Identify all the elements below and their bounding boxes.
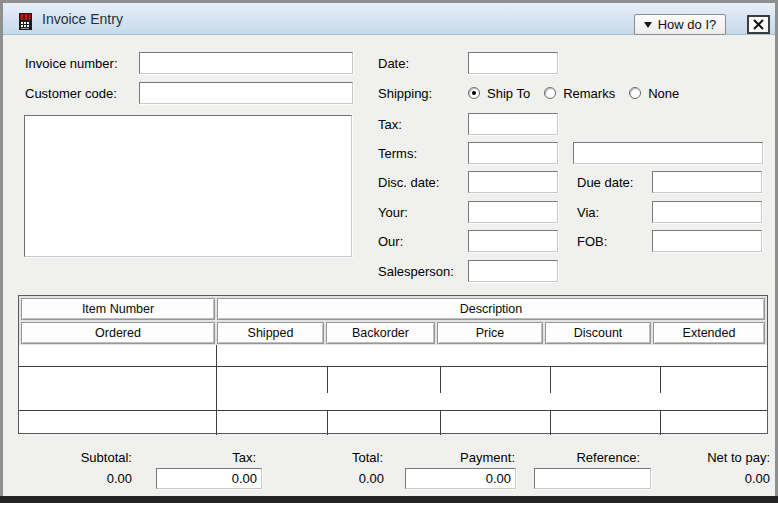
grid-cell-extended[interactable] [661,411,767,435]
grid-row-description-2 [19,393,767,411]
due-date-input[interactable] [652,171,762,193]
window-frame-left [0,0,3,503]
close-icon [753,19,764,30]
net-to-pay-label: Net to pay: [700,450,770,465]
header-description: Description [217,298,765,320]
header-ordered: Ordered [21,322,215,344]
grid-header-row-1: Item Number Description [19,296,767,321]
titlebar[interactable]: Invoice Entry How do I? [3,3,775,35]
grid-cell-shipped[interactable] [217,367,328,393]
date-label: Date: [378,56,409,71]
shipping-radio-group: Ship To Remarks None [468,85,679,101]
grid-cell-ordered[interactable] [19,367,217,393]
salesperson-input[interactable] [468,260,558,282]
customer-code-label: Customer code: [25,86,117,101]
totals-tax-input[interactable] [156,468,262,489]
fob-label: FOB: [577,234,607,249]
grid-cell-discount[interactable] [551,411,661,435]
date-input[interactable] [468,52,558,74]
radio-remarks-label[interactable]: Remarks [563,86,615,101]
grid-cell-price[interactable] [441,367,551,393]
grid-cell-discount[interactable] [551,367,661,393]
customer-address-box[interactable] [24,115,352,257]
your-input[interactable] [468,201,558,223]
dropdown-arrow-icon [644,22,652,28]
total-value: 0.00 [312,471,384,486]
invoice-number-label: Invoice number: [25,56,118,71]
how-do-i-button[interactable]: How do I? [634,14,726,35]
fob-input[interactable] [652,230,762,252]
header-item-number: Item Number [21,298,215,320]
subtotal-label: Subtotal: [74,450,132,465]
window-title: Invoice Entry [42,11,123,27]
window-frame-top [0,0,778,3]
invoice-app-icon [17,13,34,30]
terms-input-2[interactable] [573,142,763,164]
your-label: Your: [378,205,408,220]
shipping-label: Shipping: [378,86,432,101]
grid-cell-description[interactable] [217,345,767,366]
grid-row-amounts-2 [19,411,767,435]
due-date-label: Due date: [577,175,633,190]
grid-row-description-1 [19,345,767,367]
tax-label: Tax: [378,117,402,132]
header-backorder: Backorder [326,322,435,344]
header-price: Price [437,322,543,344]
header-extended: Extended [653,322,765,344]
grid-cell-backorder[interactable] [328,367,441,393]
header-discount: Discount [545,322,651,344]
total-label: Total: [330,450,383,465]
disc-date-label: Disc. date: [378,175,439,190]
header-shipped: Shipped [217,322,324,344]
terms-input-1[interactable] [468,142,558,164]
reference-label: Reference: [570,450,640,465]
tax-input[interactable] [468,113,558,135]
grid-cell-item-number[interactable] [19,393,217,410]
invoice-entry-window: Invoice Entry How do I? Invoice number: … [0,0,778,508]
salesperson-label: Salesperson: [378,264,454,279]
reference-input[interactable] [534,468,651,489]
grid-cell-ordered[interactable] [19,411,217,435]
radio-none-label[interactable]: None [648,86,679,101]
grid-cell-description[interactable] [217,393,767,410]
grid-cell-extended[interactable] [661,367,767,393]
customer-code-input[interactable] [139,82,353,104]
grid-header-row-2: Ordered Shipped Backorder Price Discount… [19,321,767,345]
payment-label: Payment: [455,450,515,465]
via-label: Via: [577,205,599,220]
radio-ship-to[interactable] [468,87,480,99]
grid-row-amounts-1 [19,367,767,393]
our-input[interactable] [468,230,558,252]
window-frame-bottom [0,496,778,503]
totals-tax-label: Tax: [200,450,256,465]
line-items-grid: Item Number Description Ordered Shipped … [18,295,768,434]
disc-date-input[interactable] [468,171,558,193]
terms-label: Terms: [378,146,417,161]
grid-cell-item-number[interactable] [19,345,217,366]
radio-ship-to-label[interactable]: Ship To [487,86,530,101]
grid-cell-backorder[interactable] [328,411,441,435]
how-do-i-label: How do I? [658,17,717,32]
grid-cell-shipped[interactable] [217,411,328,435]
radio-remarks[interactable] [544,87,556,99]
subtotal-value: 0.00 [60,471,132,486]
grid-cell-price[interactable] [441,411,551,435]
our-label: Our: [378,234,403,249]
radio-none[interactable] [629,87,641,99]
payment-input[interactable] [405,468,516,489]
via-input[interactable] [652,201,762,223]
invoice-number-input[interactable] [139,52,353,74]
net-to-pay-value: 0.00 [698,471,770,486]
close-button[interactable] [747,15,770,34]
